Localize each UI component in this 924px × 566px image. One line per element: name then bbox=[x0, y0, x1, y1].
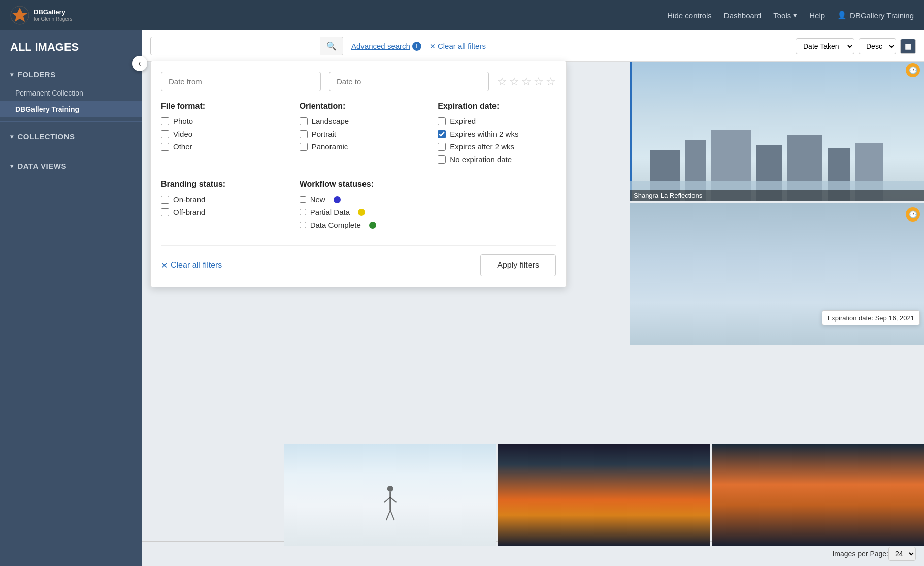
filter-sections: File format: Photo Video Other Orientati… bbox=[161, 102, 556, 168]
chevron-down-icon: ▾ bbox=[10, 71, 14, 78]
off-brand-checkbox-item[interactable]: Off-brand bbox=[161, 208, 279, 216]
advanced-search-link[interactable]: Advanced search i bbox=[351, 42, 421, 51]
image-cell-sunset2[interactable] bbox=[712, 444, 924, 546]
expiry-tooltip: Expiration date: Sep 16, 2021 bbox=[822, 310, 920, 325]
off-brand-checkbox[interactable] bbox=[161, 208, 169, 216]
collections-header[interactable]: ▾ COLLECTIONS bbox=[10, 132, 132, 141]
date-from-input[interactable] bbox=[161, 72, 321, 91]
dashboard-link[interactable]: Dashboard bbox=[724, 11, 761, 20]
expired-checkbox[interactable] bbox=[438, 117, 446, 125]
date-row: ☆ ☆ ☆ ☆ ☆ bbox=[161, 72, 556, 91]
branding-group: Branding status: On-brand Off-brand bbox=[161, 180, 279, 233]
star-3[interactable]: ☆ bbox=[521, 75, 532, 88]
image-cell-city[interactable]: 🕐 Shangra La Reflections bbox=[630, 59, 924, 201]
user-menu[interactable]: 👤 DBGallery Training bbox=[837, 11, 914, 20]
expires-after-2wks-checkbox-item[interactable]: Expires after 2 wks bbox=[438, 142, 556, 151]
sidebar: ALL IMAGES ‹ ▾ FOLDERS Permanent Collect… bbox=[0, 30, 142, 566]
top-nav: DBGallery for Glenn Rogers Hide controls… bbox=[0, 0, 924, 30]
orientation-title: Orientation: bbox=[300, 102, 418, 111]
images-per-page-select[interactable]: 24 48 96 bbox=[888, 547, 916, 561]
data-views-header[interactable]: ▾ DATA VIEWS bbox=[10, 162, 132, 170]
image-cell-snow[interactable] bbox=[284, 444, 496, 546]
workflow-complete-checkbox[interactable] bbox=[300, 222, 306, 228]
new-status-dot bbox=[334, 196, 341, 203]
clear-all-button[interactable]: ✕ Clear all filters bbox=[161, 261, 222, 270]
content-area: 🔍 Advanced search i ✕ Clear all filters … bbox=[142, 30, 924, 566]
city-skyline-graphic bbox=[630, 116, 924, 201]
panoramic-checkbox-item[interactable]: Panoramic bbox=[300, 142, 418, 151]
svg-line-14 bbox=[386, 510, 390, 520]
svg-point-10 bbox=[387, 486, 393, 492]
chevron-left-icon: ‹ bbox=[138, 59, 141, 68]
video-checkbox[interactable] bbox=[161, 130, 169, 138]
portrait-checkbox-item[interactable]: Portrait bbox=[300, 130, 418, 138]
svg-line-13 bbox=[390, 497, 397, 502]
image-label-city: Shangra La Reflections bbox=[630, 190, 924, 201]
star-4[interactable]: ☆ bbox=[534, 75, 544, 88]
no-expiration-checkbox-item[interactable]: No expiration date bbox=[438, 155, 556, 164]
workflow-group: Workflow statuses: New Partial Data bbox=[300, 180, 418, 233]
photo-checkbox[interactable] bbox=[161, 117, 169, 125]
expired-checkbox-item[interactable]: Expired bbox=[438, 117, 556, 125]
chevron-down-icon: ▾ bbox=[793, 11, 797, 20]
workflow-new-checkbox[interactable] bbox=[300, 196, 306, 203]
sidebar-section-collections: ▾ COLLECTIONS bbox=[0, 126, 142, 147]
star-2[interactable]: ☆ bbox=[509, 75, 519, 88]
search-input[interactable] bbox=[151, 38, 320, 54]
other-checkbox[interactable] bbox=[161, 143, 169, 151]
date-to-input[interactable] bbox=[329, 72, 489, 91]
image-cell-city2[interactable]: 🕐 Expiration date: Sep 16, 2021 bbox=[630, 203, 924, 345]
partial-status-dot bbox=[358, 209, 365, 216]
no-expiration-checkbox[interactable] bbox=[438, 155, 446, 164]
search-input-wrap: 🔍 bbox=[150, 37, 343, 55]
on-brand-checkbox[interactable] bbox=[161, 196, 169, 204]
clear-filters-link[interactable]: ✕ Clear all filters bbox=[430, 42, 486, 50]
file-format-title: File format: bbox=[161, 102, 279, 111]
portrait-checkbox[interactable] bbox=[300, 130, 308, 138]
sidebar-item-permanent-collection[interactable]: Permanent Collection bbox=[0, 85, 142, 101]
user-icon: 👤 bbox=[837, 11, 847, 20]
video-checkbox-item[interactable]: Video bbox=[161, 130, 279, 138]
star-rating: ☆ ☆ ☆ ☆ ☆ bbox=[497, 75, 556, 88]
filter-sections-row2: Branding status: On-brand Off-brand Work… bbox=[161, 180, 556, 233]
grid-toggle-button[interactable]: ▦ bbox=[900, 39, 916, 54]
panoramic-checkbox[interactable] bbox=[300, 143, 308, 151]
logo-icon bbox=[10, 6, 29, 25]
expires-after-2wks-checkbox[interactable] bbox=[438, 143, 446, 151]
star-5[interactable]: ☆ bbox=[546, 75, 556, 88]
other-checkbox-item[interactable]: Other bbox=[161, 142, 279, 151]
sidebar-section-data-views: ▾ DATA VIEWS bbox=[0, 155, 142, 176]
logo-area: DBGallery for Glenn Rogers bbox=[10, 6, 72, 25]
on-brand-checkbox-item[interactable]: On-brand bbox=[161, 195, 279, 204]
chevron-down-icon: ▾ bbox=[10, 133, 14, 140]
hide-controls-link[interactable]: Hide controls bbox=[667, 11, 712, 20]
x-icon: ✕ bbox=[161, 261, 168, 270]
branding-title: Branding status: bbox=[161, 180, 279, 189]
landscape-checkbox[interactable] bbox=[300, 117, 308, 125]
workflow-partial-checkbox[interactable] bbox=[300, 209, 306, 215]
photo-checkbox-item[interactable]: Photo bbox=[161, 117, 279, 125]
main-layout: ALL IMAGES ‹ ▾ FOLDERS Permanent Collect… bbox=[0, 30, 924, 566]
sidebar-item-dbgallery-training[interactable]: DBGallery Training bbox=[0, 101, 142, 117]
search-bar-area: 🔍 Advanced search i ✕ Clear all filters … bbox=[142, 30, 924, 62]
nav-links: Hide controls Dashboard Tools ▾ Help 👤 D… bbox=[667, 11, 914, 20]
star-1[interactable]: ☆ bbox=[497, 75, 507, 88]
landscape-checkbox-item[interactable]: Landscape bbox=[300, 117, 418, 125]
image-cell-sunset1[interactable] bbox=[498, 444, 710, 546]
help-link[interactable]: Help bbox=[809, 11, 825, 20]
order-select[interactable]: Desc Asc bbox=[859, 38, 896, 54]
expiration-group: Expiration date: Expired Expires within … bbox=[438, 102, 556, 168]
sort-controls: Date Taken Date Added File Name Desc Asc… bbox=[796, 38, 916, 54]
images-per-page-label: Images per Page: bbox=[832, 550, 888, 558]
tools-menu[interactable]: Tools ▾ bbox=[773, 11, 797, 20]
info-icon: i bbox=[412, 42, 421, 51]
workflow-complete-item: Data Complete bbox=[300, 221, 418, 229]
search-button[interactable]: 🔍 bbox=[320, 37, 343, 55]
expires-within-2wks-checkbox[interactable] bbox=[438, 130, 446, 138]
filter-dropdown-panel: ☆ ☆ ☆ ☆ ☆ File format: Photo Video bbox=[150, 61, 567, 287]
folders-header[interactable]: ▾ FOLDERS bbox=[10, 70, 132, 79]
apply-filters-button[interactable]: Apply filters bbox=[480, 254, 556, 276]
expires-within-2wks-checkbox-item[interactable]: Expires within 2 wks bbox=[438, 130, 556, 138]
sort-select[interactable]: Date Taken Date Added File Name bbox=[796, 38, 854, 54]
collapse-sidebar-btn[interactable]: ‹ bbox=[132, 56, 147, 71]
